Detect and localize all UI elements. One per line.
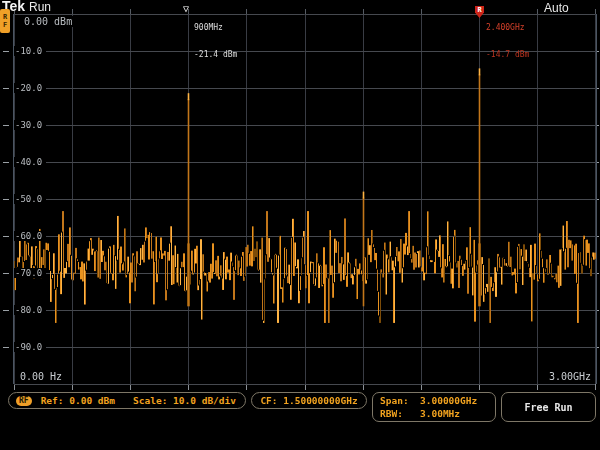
rf-trace-handle[interactable]: R F <box>0 9 10 33</box>
rbw-value: 3.00MHz <box>420 407 460 420</box>
y-tick-label: -10.0 <box>14 46 46 56</box>
rf-vertical-settings-readout[interactable]: RF Ref: 0.00 dBm Scale: 10.0 dB/div <box>8 392 246 409</box>
marker-900mhz-readout: 900MHz -21.4 dBm <box>194 5 237 77</box>
free-run-trigger-readout[interactable]: Free Run <box>501 392 596 422</box>
y-tick-label: -90.0 <box>14 342 46 352</box>
oscilloscope-screen: Tek Run Auto R F 0.00 dBm -10.0 -20.0 -3… <box>0 0 600 450</box>
y-tick-label: -40.0 <box>14 157 46 167</box>
y-tick-label: -20.0 <box>14 83 46 93</box>
ref-level-axis-label: 0.00 dBm <box>22 16 74 27</box>
rbw-label: RBW: <box>380 407 420 420</box>
span-value: 3.00000GHz <box>420 394 477 407</box>
rf-handle-letter-bottom: F <box>3 21 7 29</box>
reference-marker-freq: 2.400GHz <box>486 23 529 32</box>
rf-handle-letter-top: R <box>3 13 7 21</box>
ref-level-readout: Ref: 0.00 dBm <box>41 395 115 406</box>
y-tick-label: -30.0 <box>14 120 46 130</box>
y-tick-label: -50.0 <box>14 194 46 204</box>
center-frequency-readout[interactable]: CF: 1.50000000GHz <box>251 392 367 409</box>
center-frequency-value: CF: 1.50000000GHz <box>260 395 357 406</box>
reference-marker-amplitude: -14.7 dBm <box>486 50 529 59</box>
y-tick-label: -60.0 <box>14 231 46 241</box>
y-tick-label: -80.0 <box>14 305 46 315</box>
acquisition-status: Run <box>29 0 51 14</box>
scale-readout: Scale: 10.0 dB/div <box>133 395 236 406</box>
span-rbw-readout[interactable]: Span: 3.00000GHz RBW: 3.00MHz <box>372 392 496 422</box>
marker-900mhz-triangle-icon: ▽ <box>183 3 189 14</box>
x-start-label: 0.00 Hz <box>20 371 62 382</box>
marker-900mhz-freq: 900MHz <box>194 23 237 32</box>
trigger-status-auto: Auto <box>544 1 569 15</box>
x-end-label: 3.00GHz <box>549 371 591 382</box>
y-tick-label: -70.0 <box>14 268 46 278</box>
reference-marker-readout: 2.400GHz -14.7 dBm <box>486 5 529 77</box>
free-run-label: Free Run <box>524 402 572 413</box>
span-label: Span: <box>380 394 420 407</box>
marker-900mhz-amplitude: -21.4 dBm <box>194 50 237 59</box>
rf-channel-badge: RF <box>16 396 32 406</box>
